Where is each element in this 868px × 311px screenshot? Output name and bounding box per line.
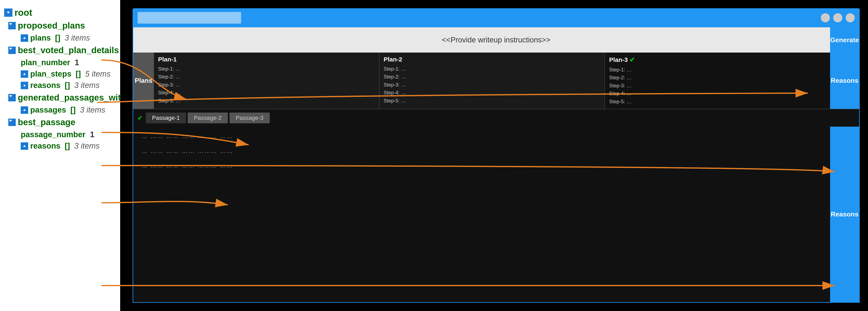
window-btn-3[interactable] <box>846 13 855 22</box>
plans-grid: Plan-1 Step-1: …Step-2: …Step-3: …Step-4… <box>154 53 830 109</box>
passage-tab-3[interactable]: Passage-3 <box>229 112 270 123</box>
passages-expand-icon[interactable] <box>21 106 28 114</box>
plan-1-steps: Step-1: …Step-2: …Step-3: …Step-4: …Step… <box>158 65 375 105</box>
svg-marker-6 <box>9 95 12 97</box>
reasons-2-count: 3 items <box>74 142 99 150</box>
content-area: … …… …… …… ……… …… … …… …… …… ……… …… … ……… <box>133 127 859 302</box>
plan-1-col[interactable]: Plan-1 Step-1: …Step-2: …Step-3: …Step-4… <box>154 53 379 109</box>
plans-count: 3 items <box>65 34 90 42</box>
passage-tab-1[interactable]: Passage-1 <box>146 112 186 123</box>
plans-expand-icon[interactable] <box>21 34 28 42</box>
reasons-1-label: reasons <box>30 81 61 90</box>
passages-tabs: ✔ Passage-1 Passage-2 Passage-3 <box>133 109 859 127</box>
right-panel: <<Provide writeup instructions>> Generat… <box>120 0 868 311</box>
svg-marker-3 <box>9 48 12 50</box>
plan-number-node: plan_number 1 <box>4 57 116 68</box>
plans-section: Plans Plan-1 Step-1: …Step-2: …Step-3: …… <box>133 53 859 109</box>
best-voted-expand[interactable] <box>8 46 16 54</box>
reasons-1-count: 3 items <box>74 81 99 90</box>
plans-type: [] <box>53 34 62 42</box>
svg-marker-0 <box>7 11 10 14</box>
passage-tab-2[interactable]: Passage-2 <box>188 112 228 123</box>
passages-count: 3 items <box>80 106 105 114</box>
plan-steps-node: plan_steps [] 5 items <box>4 68 116 80</box>
plan-number-label: plan_number <box>21 58 70 67</box>
reasons-2-node: reasons [] 3 items <box>4 140 116 152</box>
reasons-2-expand-icon[interactable] <box>21 142 28 150</box>
passage-number-node: passage_number 1 <box>4 129 116 140</box>
plans-col-label: Plans <box>133 53 154 109</box>
generated-passages-expand[interactable] <box>8 94 16 101</box>
proposed-plans-header: proposed_plans <box>4 19 116 32</box>
proposed-plans-expand[interactable] <box>8 22 16 29</box>
passages-node: passages [] 3 items <box>4 104 116 116</box>
generate-button[interactable]: Generate <box>830 27 859 53</box>
best-passage-label: best_passage <box>18 117 75 127</box>
passages-label: passages <box>30 106 66 114</box>
passage-number-label: passage_number <box>21 130 86 139</box>
plan-steps-count: 5 items <box>85 70 111 78</box>
window-controls <box>821 13 855 22</box>
best-passage-header: best_passage <box>4 116 116 129</box>
root-label: root <box>14 7 32 18</box>
reasons-button-bottom[interactable]: Reasons <box>830 127 859 302</box>
generated-passages-header: generated_passages_with_best_plan <box>4 91 116 104</box>
content-line-3: … …… …… …… ……… …… <box>142 163 851 169</box>
reasons-2-type: [] <box>63 142 72 150</box>
plan-2-steps: Step-1: …Step-2: …Step-3: …Step-4: …Step… <box>384 65 600 105</box>
plan-steps-type: [] <box>73 70 83 78</box>
window-btn-2[interactable] <box>833 13 842 22</box>
svg-marker-9 <box>23 145 26 147</box>
passage-number-value: 1 <box>90 130 94 139</box>
reasons-button-top[interactable]: Reasons <box>830 53 859 109</box>
content-line-1: … …… …… …… ……… …… <box>142 133 851 139</box>
passage-check-icon: ✔ <box>137 114 143 122</box>
plan-number-value: 1 <box>75 58 79 67</box>
left-panel: root proposed_plans plans [] 3 items bes… <box>0 0 120 311</box>
tree-root: root proposed_plans plans [] 3 items bes… <box>4 6 116 152</box>
svg-marker-7 <box>23 109 26 111</box>
best-voted-label: best_voted_plan_details <box>18 45 119 55</box>
svg-marker-2 <box>23 37 26 39</box>
plan-2-header: Plan-2 <box>384 56 600 63</box>
plans-node: plans [] 3 items <box>4 32 116 44</box>
svg-marker-8 <box>9 120 12 122</box>
root-node: root <box>4 6 116 19</box>
plan-2-col[interactable]: Plan-2 Step-1: …Step-2: …Step-3: …Step-4… <box>379 53 605 109</box>
plan-3-check-icon: ✔ <box>629 56 635 64</box>
instructions-text: <<Provide writeup instructions>> <box>442 36 551 44</box>
reasons-1-type: [] <box>63 81 72 90</box>
window-body: <<Provide writeup instructions>> Generat… <box>132 27 860 303</box>
content-line-2: … …… …… …… ……… …… <box>142 148 851 154</box>
plan-steps-label: plan_steps <box>30 70 71 78</box>
plan-3-steps: Step-1: …Step-2: …Step-3: …Step-4: …Step… <box>609 66 826 106</box>
plan-3-header: Plan-3 ✔ <box>609 56 826 64</box>
plans-label: plans <box>30 34 51 42</box>
best-passage-expand[interactable] <box>8 118 16 126</box>
plan-3-col[interactable]: Plan-3 ✔ Step-1: …Step-2: …Step-3: …Step… <box>605 53 830 109</box>
best-voted-header: best_voted_plan_details <box>4 44 116 57</box>
proposed-plans-label: proposed_plans <box>18 21 85 31</box>
instructions-area: <<Provide writeup instructions>> Generat… <box>133 27 859 53</box>
reasons-1-node: reasons [] 3 items <box>4 80 116 91</box>
window-title-bar <box>137 12 241 24</box>
reasons-2-label: reasons <box>30 142 61 150</box>
root-expand-icon[interactable] <box>4 8 12 17</box>
passages-type: [] <box>68 106 78 114</box>
plan-1-header: Plan-1 <box>158 56 375 63</box>
svg-marker-5 <box>23 84 26 86</box>
plan-steps-expand-icon[interactable] <box>21 70 28 78</box>
svg-marker-1 <box>9 23 12 25</box>
window-btn-1[interactable] <box>821 13 830 22</box>
reasons-1-expand-icon[interactable] <box>21 82 28 89</box>
window-chrome <box>132 8 860 27</box>
svg-marker-4 <box>23 73 26 75</box>
